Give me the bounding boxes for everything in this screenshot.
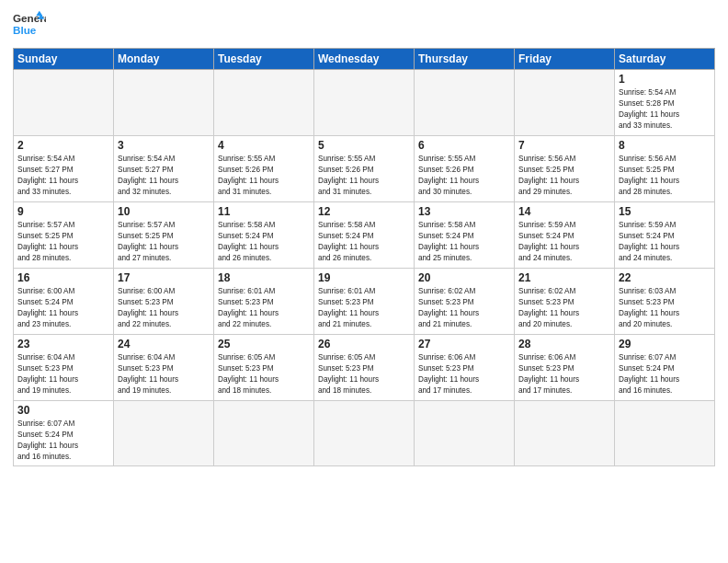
week-row-5: 30Sunrise: 6:07 AM Sunset: 5:24 PM Dayli… [14,401,715,466]
day-number: 28 [518,338,610,350]
calendar-cell: 8Sunrise: 5:56 AM Sunset: 5:25 PM Daylig… [615,136,715,202]
svg-text:Blue: Blue [13,24,37,36]
weekday-header-row: SundayMondayTuesdayWednesdayThursdayFrid… [14,49,715,70]
day-info: Sunrise: 6:05 AM Sunset: 5:23 PM Dayligh… [318,352,410,396]
day-info: Sunrise: 5:58 AM Sunset: 5:24 PM Dayligh… [218,220,310,264]
day-info: Sunrise: 6:00 AM Sunset: 5:24 PM Dayligh… [17,286,109,330]
day-number: 10 [118,205,210,218]
day-number: 16 [17,271,109,284]
calendar-cell: 24Sunrise: 6:04 AM Sunset: 5:23 PM Dayli… [114,335,214,401]
calendar-cell: 28Sunrise: 6:06 AM Sunset: 5:23 PM Dayli… [515,335,615,401]
page: General Blue SundayMondayTuesdayWednesda… [0,0,728,563]
calendar-cell: 4Sunrise: 5:55 AM Sunset: 5:26 PM Daylig… [214,136,314,202]
header: General Blue [13,9,715,42]
calendar-cell [214,401,314,466]
calendar-cell [14,70,114,136]
day-number: 22 [619,271,711,284]
week-row-4: 23Sunrise: 6:04 AM Sunset: 5:23 PM Dayli… [14,335,715,401]
day-number: 14 [518,205,610,218]
calendar-cell: 17Sunrise: 6:00 AM Sunset: 5:23 PM Dayli… [114,269,214,335]
day-info: Sunrise: 5:54 AM Sunset: 5:28 PM Dayligh… [619,87,711,132]
calendar-cell: 12Sunrise: 5:58 AM Sunset: 5:24 PM Dayli… [314,202,415,269]
day-info: Sunrise: 6:06 AM Sunset: 5:23 PM Dayligh… [518,352,610,396]
day-info: Sunrise: 5:55 AM Sunset: 5:26 PM Dayligh… [418,154,510,198]
day-info: Sunrise: 6:02 AM Sunset: 5:23 PM Dayligh… [418,286,510,330]
day-number: 17 [118,271,210,284]
calendar-cell: 26Sunrise: 6:05 AM Sunset: 5:23 PM Dayli… [314,335,415,401]
calendar-cell [415,401,515,466]
day-number: 4 [218,139,310,152]
calendar-cell: 23Sunrise: 6:04 AM Sunset: 5:23 PM Dayli… [14,335,114,401]
calendar-cell: 16Sunrise: 6:00 AM Sunset: 5:24 PM Dayli… [14,269,114,335]
day-info: Sunrise: 6:01 AM Sunset: 5:23 PM Dayligh… [318,286,410,330]
calendar-cell: 6Sunrise: 5:55 AM Sunset: 5:26 PM Daylig… [415,136,515,202]
day-number: 7 [518,139,610,152]
calendar-cell: 25Sunrise: 6:05 AM Sunset: 5:23 PM Dayli… [214,335,314,401]
calendar-cell: 9Sunrise: 5:57 AM Sunset: 5:25 PM Daylig… [14,202,114,269]
calendar-cell: 22Sunrise: 6:03 AM Sunset: 5:23 PM Dayli… [615,269,715,335]
day-number: 19 [318,271,410,284]
calendar-cell: 15Sunrise: 5:59 AM Sunset: 5:24 PM Dayli… [615,202,715,269]
week-row-2: 9Sunrise: 5:57 AM Sunset: 5:25 PM Daylig… [14,202,715,269]
day-info: Sunrise: 5:59 AM Sunset: 5:24 PM Dayligh… [518,220,610,264]
calendar-cell [114,70,214,136]
day-info: Sunrise: 6:07 AM Sunset: 5:24 PM Dayligh… [619,352,711,396]
day-info: Sunrise: 6:02 AM Sunset: 5:23 PM Dayligh… [518,286,610,330]
weekday-header-monday: Monday [114,49,214,70]
calendar-cell: 10Sunrise: 5:57 AM Sunset: 5:25 PM Dayli… [114,202,214,269]
week-row-3: 16Sunrise: 6:00 AM Sunset: 5:24 PM Dayli… [14,269,715,335]
day-number: 13 [418,205,510,218]
weekday-header-thursday: Thursday [415,49,515,70]
calendar-cell [515,70,615,136]
day-info: Sunrise: 6:01 AM Sunset: 5:23 PM Dayligh… [218,286,310,330]
day-info: Sunrise: 5:58 AM Sunset: 5:24 PM Dayligh… [318,220,410,264]
day-info: Sunrise: 6:06 AM Sunset: 5:23 PM Dayligh… [418,352,510,396]
day-info: Sunrise: 5:54 AM Sunset: 5:27 PM Dayligh… [118,154,210,198]
day-number: 11 [218,205,310,218]
day-info: Sunrise: 6:04 AM Sunset: 5:23 PM Dayligh… [118,352,210,396]
day-number: 8 [619,139,711,152]
calendar-cell: 1Sunrise: 5:54 AM Sunset: 5:28 PM Daylig… [615,70,715,136]
calendar-cell: 21Sunrise: 6:02 AM Sunset: 5:23 PM Dayli… [515,269,615,335]
day-number: 21 [518,271,610,284]
weekday-header-tuesday: Tuesday [214,49,314,70]
calendar-cell [214,70,314,136]
calendar-cell: 13Sunrise: 5:58 AM Sunset: 5:24 PM Dayli… [415,202,515,269]
calendar-cell: 19Sunrise: 6:01 AM Sunset: 5:23 PM Dayli… [314,269,415,335]
calendar-cell: 30Sunrise: 6:07 AM Sunset: 5:24 PM Dayli… [14,401,114,466]
day-number: 20 [418,271,510,284]
day-info: Sunrise: 5:56 AM Sunset: 5:25 PM Dayligh… [619,154,711,198]
day-info: Sunrise: 6:00 AM Sunset: 5:23 PM Dayligh… [118,286,210,330]
day-number: 5 [318,139,410,152]
calendar-cell [114,401,214,466]
calendar-cell: 7Sunrise: 5:56 AM Sunset: 5:25 PM Daylig… [515,136,615,202]
calendar-cell [314,70,415,136]
day-number: 2 [17,139,109,152]
day-number: 3 [118,139,210,152]
calendar-cell: 2Sunrise: 5:54 AM Sunset: 5:27 PM Daylig… [14,136,114,202]
day-number: 18 [218,271,310,284]
day-info: Sunrise: 5:58 AM Sunset: 5:24 PM Dayligh… [418,220,510,264]
weekday-header-wednesday: Wednesday [314,49,415,70]
day-info: Sunrise: 5:54 AM Sunset: 5:27 PM Dayligh… [17,154,109,198]
logo: General Blue [13,9,46,42]
day-info: Sunrise: 5:59 AM Sunset: 5:24 PM Dayligh… [619,220,711,264]
week-row-1: 2Sunrise: 5:54 AM Sunset: 5:27 PM Daylig… [14,136,715,202]
day-info: Sunrise: 5:57 AM Sunset: 5:25 PM Dayligh… [118,220,210,264]
weekday-header-sunday: Sunday [14,49,114,70]
calendar-cell: 29Sunrise: 6:07 AM Sunset: 5:24 PM Dayli… [615,335,715,401]
calendar-cell [415,70,515,136]
day-number: 6 [418,139,510,152]
day-number: 30 [17,404,109,417]
week-row-0: 1Sunrise: 5:54 AM Sunset: 5:28 PM Daylig… [14,70,715,136]
calendar-cell: 3Sunrise: 5:54 AM Sunset: 5:27 PM Daylig… [114,136,214,202]
calendar: SundayMondayTuesdayWednesdayThursdayFrid… [13,48,715,466]
day-number: 24 [118,338,210,350]
calendar-cell: 27Sunrise: 6:06 AM Sunset: 5:23 PM Dayli… [415,335,515,401]
weekday-header-saturday: Saturday [615,49,715,70]
calendar-cell: 18Sunrise: 6:01 AM Sunset: 5:23 PM Dayli… [214,269,314,335]
day-info: Sunrise: 6:03 AM Sunset: 5:23 PM Dayligh… [619,286,711,330]
day-number: 26 [318,338,410,350]
day-info: Sunrise: 5:57 AM Sunset: 5:25 PM Dayligh… [17,220,109,264]
calendar-cell: 20Sunrise: 6:02 AM Sunset: 5:23 PM Dayli… [415,269,515,335]
